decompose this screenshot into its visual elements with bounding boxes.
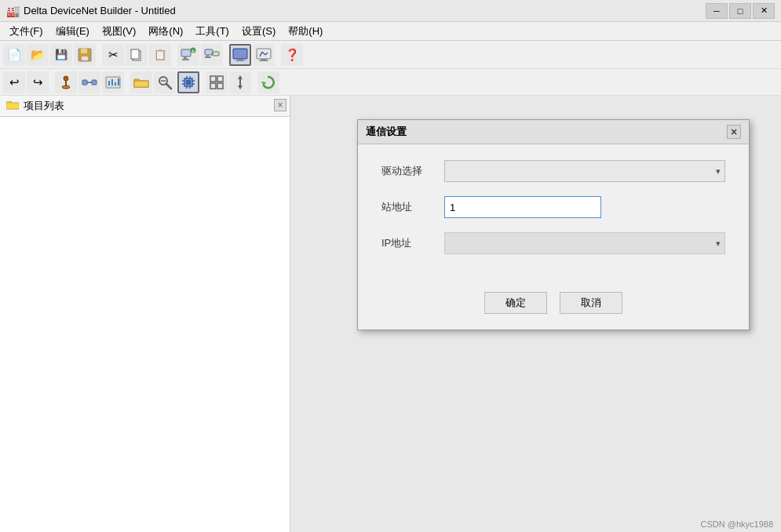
svg-rect-10 (205, 49, 213, 55)
forward-button[interactable]: ↪ (27, 71, 49, 93)
driver-row: 驱动选择 ▾ (381, 160, 725, 182)
svg-rect-2 (82, 56, 88, 60)
panel-header: × 项目列表 (0, 96, 290, 117)
svg-rect-37 (134, 81, 148, 87)
monitor-button[interactable] (229, 44, 251, 66)
folder-icon (6, 99, 19, 113)
menu-view[interactable]: 视图(V) (96, 23, 142, 40)
help-button[interactable]: ❓ (281, 44, 303, 66)
svg-rect-4 (131, 49, 139, 59)
svg-rect-59 (6, 103, 19, 109)
monitor2-button[interactable] (253, 44, 275, 66)
save-as-button[interactable] (74, 44, 96, 66)
title-text: Delta DeviceNet Builder - Untitled (24, 5, 706, 16)
svg-point-28 (62, 86, 70, 89)
ip-label: IP地址 (381, 236, 444, 250)
main-area: × 项目列表 通信设置 × 驱动选择 (0, 96, 781, 532)
driver-label: 驱动选择 (381, 164, 444, 178)
save-button[interactable]: 💾 (50, 44, 72, 66)
svg-rect-52 (217, 76, 223, 82)
dialog-close-button[interactable]: × (727, 125, 741, 139)
dialog: 通信设置 × 驱动选择 ▾ (357, 119, 750, 330)
chip-button[interactable] (177, 71, 199, 93)
watermark: CSDN @hkyc1988 (701, 519, 773, 529)
svg-rect-25 (259, 60, 268, 61)
svg-rect-51 (210, 76, 216, 82)
back-button[interactable]: ↩ (3, 71, 25, 93)
svg-rect-6 (184, 56, 187, 59)
maximize-button[interactable]: □ (729, 3, 751, 19)
svg-rect-30 (92, 80, 97, 85)
svg-rect-7 (182, 59, 189, 60)
svg-rect-29 (82, 80, 87, 85)
toolbar2: ↩ ↪ (0, 69, 781, 96)
grid-button[interactable] (206, 71, 228, 93)
toolbar1: 📄 📂 💾 ✂ 📋 + (0, 41, 781, 69)
ip-select-wrapper: ▾ (444, 232, 725, 254)
svg-text:+: + (192, 49, 195, 53)
svg-rect-18 (235, 60, 245, 61)
svg-rect-13 (213, 52, 219, 56)
connect-button[interactable] (78, 71, 100, 93)
svg-marker-57 (238, 86, 243, 89)
address-label: 站地址 (381, 200, 444, 214)
svg-rect-53 (210, 83, 216, 89)
new-button[interactable]: 📄 (3, 44, 25, 66)
add-device-button[interactable]: + (177, 44, 199, 66)
properties-button[interactable] (55, 71, 77, 93)
address-input[interactable] (444, 196, 601, 218)
io-monitor-button[interactable] (102, 71, 124, 93)
svg-rect-42 (186, 80, 191, 85)
dialog-footer: 确定 取消 (358, 284, 749, 330)
svg-point-26 (64, 76, 68, 81)
menu-settings[interactable]: 设置(S) (235, 23, 282, 40)
menu-edit[interactable]: 编辑(E) (49, 23, 96, 40)
svg-rect-24 (261, 59, 267, 60)
scan-button[interactable] (154, 71, 176, 93)
refresh-button[interactable] (257, 71, 279, 93)
dialog-body: 驱动选择 ▾ 站地址 (358, 144, 749, 284)
minimize-button[interactable]: ─ (706, 3, 728, 19)
content-area: 通信设置 × 驱动选择 ▾ (290, 96, 781, 532)
svg-rect-16 (234, 49, 246, 58)
svg-rect-5 (181, 49, 191, 56)
cancel-button[interactable]: 取消 (560, 292, 622, 314)
svg-rect-54 (217, 83, 223, 89)
svg-marker-58 (261, 82, 266, 86)
svg-rect-11 (206, 55, 209, 56)
panel-title: 项目列表 (24, 99, 64, 113)
close-window-button[interactable]: ✕ (753, 3, 775, 19)
cut-button[interactable]: ✂ (102, 44, 124, 66)
arrows-button[interactable] (229, 71, 251, 93)
left-panel: × 项目列表 (0, 96, 290, 532)
ip-row: IP地址 ▾ (381, 232, 725, 254)
menu-tools[interactable]: 工具(T) (189, 23, 235, 40)
menu-help[interactable]: 帮助(H) (282, 23, 329, 40)
svg-marker-56 (238, 75, 243, 79)
dialog-title-text: 通信设置 (366, 125, 407, 139)
ok-button[interactable]: 确定 (484, 292, 547, 314)
svg-rect-1 (81, 49, 87, 53)
driver-select-wrapper: ▾ (444, 160, 725, 182)
open-button[interactable]: 📂 (27, 44, 49, 66)
svg-rect-12 (205, 56, 211, 58)
menu-network[interactable]: 网络(N) (142, 23, 189, 40)
ip-select[interactable] (444, 232, 725, 254)
app-icon: 🏭 (6, 5, 19, 17)
svg-line-39 (166, 84, 171, 89)
dialog-overlay: 通信设置 × 驱动选择 ▾ (290, 96, 781, 532)
driver-select[interactable] (444, 160, 725, 182)
paste-button[interactable]: 📋 (149, 44, 171, 66)
address-row: 站地址 (381, 196, 725, 218)
dialog-title: 通信设置 × (358, 120, 749, 144)
copy-button[interactable] (126, 44, 148, 66)
menubar: 文件(F) 编辑(E) 视图(V) 网络(N) 工具(T) 设置(S) 帮助(H… (0, 22, 781, 41)
titlebar: 🏭 Delta DeviceNet Builder - Untitled ─ □… (0, 0, 781, 22)
folder-button[interactable] (130, 71, 152, 93)
network-button[interactable] (201, 44, 223, 66)
svg-rect-17 (237, 59, 243, 60)
menu-file[interactable]: 文件(F) (3, 23, 49, 40)
panel-close[interactable]: × (274, 99, 286, 111)
